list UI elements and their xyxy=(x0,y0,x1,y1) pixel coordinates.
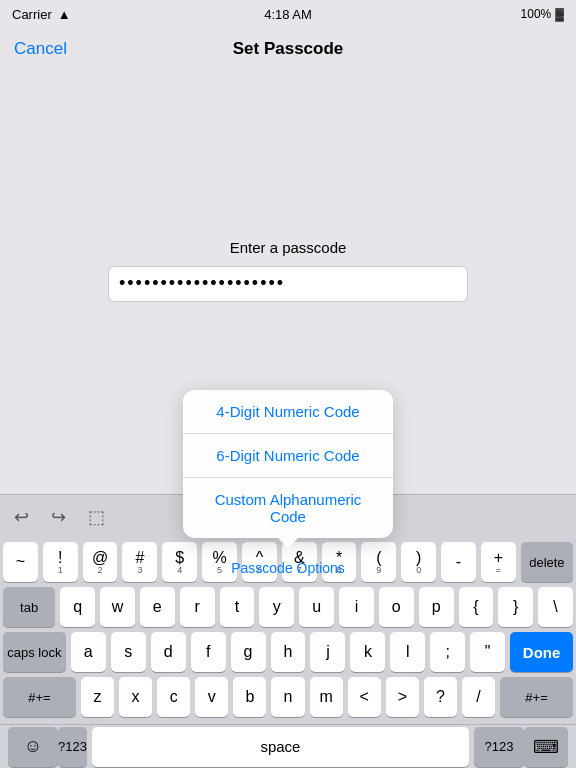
dropdown-arrow xyxy=(278,538,298,548)
key-backslash[interactable]: \ xyxy=(538,587,573,627)
dropdown-item-6digit[interactable]: 6-Digit Numeric Code xyxy=(183,434,393,478)
key-s[interactable]: s xyxy=(111,632,146,672)
key-h[interactable]: h xyxy=(271,632,306,672)
key-lbrace[interactable]: { xyxy=(459,587,494,627)
key-e[interactable]: e xyxy=(140,587,175,627)
key-semicolon[interactable]: ; xyxy=(430,632,465,672)
key-f[interactable]: f xyxy=(191,632,226,672)
key-slash[interactable]: / xyxy=(462,677,495,717)
key-w[interactable]: w xyxy=(100,587,135,627)
passcode-dots: •••••••••••••••••••• xyxy=(119,273,285,294)
emoji-key[interactable]: ☺ xyxy=(8,727,58,767)
key-tilde[interactable]: ~ xyxy=(3,542,38,582)
cancel-button[interactable]: Cancel xyxy=(14,39,67,59)
dropdown-menu: 4-Digit Numeric Code 6-Digit Numeric Cod… xyxy=(183,390,393,538)
status-right: 100% ▓ xyxy=(521,7,564,21)
key-equals[interactable]: += xyxy=(481,542,516,582)
key-3[interactable]: #3 xyxy=(122,542,157,582)
kb-row-4: #+= z x c v b n m < > ? / #+= xyxy=(3,677,573,717)
passcode-input[interactable]: •••••••••••••••••••• xyxy=(108,266,468,302)
key-b[interactable]: b xyxy=(233,677,266,717)
kb-row-2: tab q w e r t y u i o p { } \ xyxy=(3,587,573,627)
caps-lock-key[interactable]: caps lock xyxy=(3,632,66,672)
key-t[interactable]: t xyxy=(220,587,255,627)
passcode-options-link[interactable]: Passcode Options xyxy=(183,560,393,576)
status-left: Carrier ▲ xyxy=(12,7,71,22)
done-key[interactable]: Done xyxy=(510,632,573,672)
passcode-label: Enter a passcode xyxy=(230,239,347,256)
key-m[interactable]: m xyxy=(310,677,343,717)
key-gt[interactable]: > xyxy=(386,677,419,717)
key-d[interactable]: d xyxy=(151,632,186,672)
battery-label: 100% xyxy=(521,7,552,21)
redo-button[interactable]: ↪ xyxy=(47,502,70,532)
nav-bar: Cancel Set Passcode xyxy=(0,28,576,70)
paste-button[interactable]: ⬚ xyxy=(84,502,109,532)
key-y[interactable]: y xyxy=(259,587,294,627)
delete-key[interactable]: delete xyxy=(521,542,573,582)
key-x[interactable]: x xyxy=(119,677,152,717)
kb-row-3: caps lock a s d f g h j k l ; " Done xyxy=(3,632,573,672)
keyboard-icon-key[interactable]: ⌨ xyxy=(524,727,568,767)
key-j[interactable]: j xyxy=(310,632,345,672)
key-question[interactable]: ? xyxy=(424,677,457,717)
key-2[interactable]: @2 xyxy=(83,542,118,582)
dropdown-overlay: 4-Digit Numeric Code 6-Digit Numeric Cod… xyxy=(183,390,393,576)
dropdown-item-4digit[interactable]: 4-Digit Numeric Code xyxy=(183,390,393,434)
number-key-left[interactable]: ?123 xyxy=(58,727,87,767)
key-rbrace[interactable]: } xyxy=(498,587,533,627)
key-1[interactable]: !1 xyxy=(43,542,78,582)
key-0[interactable]: )0 xyxy=(401,542,436,582)
page-title: Set Passcode xyxy=(233,39,344,59)
key-quote[interactable]: " xyxy=(470,632,505,672)
key-z[interactable]: z xyxy=(81,677,114,717)
wifi-icon: ▲ xyxy=(58,7,71,22)
key-c[interactable]: c xyxy=(157,677,190,717)
key-minus[interactable]: - xyxy=(441,542,476,582)
bottom-bar: ☺ ?123 space ?123 ⌨ xyxy=(0,724,576,768)
key-o[interactable]: o xyxy=(379,587,414,627)
key-q[interactable]: q xyxy=(60,587,95,627)
tab-key[interactable]: tab xyxy=(3,587,55,627)
carrier-label: Carrier xyxy=(12,7,52,22)
shift-key-right[interactable]: #+= xyxy=(500,677,573,717)
key-lt[interactable]: < xyxy=(348,677,381,717)
status-time: 4:18 AM xyxy=(264,7,312,22)
dropdown-item-alphanumeric[interactable]: Custom Alphanumeric Code xyxy=(183,478,393,538)
key-a[interactable]: a xyxy=(71,632,106,672)
key-g[interactable]: g xyxy=(231,632,266,672)
shift-key[interactable]: #+= xyxy=(3,677,76,717)
key-k[interactable]: k xyxy=(350,632,385,672)
key-l[interactable]: l xyxy=(390,632,425,672)
status-bar: Carrier ▲ 4:18 AM 100% ▓ xyxy=(0,0,576,28)
key-i[interactable]: i xyxy=(339,587,374,627)
battery-icon: ▓ xyxy=(555,7,564,21)
key-v[interactable]: v xyxy=(195,677,228,717)
undo-button[interactable]: ↩ xyxy=(10,502,33,532)
key-p[interactable]: p xyxy=(419,587,454,627)
key-n[interactable]: n xyxy=(271,677,304,717)
number-key-right[interactable]: ?123 xyxy=(474,727,524,767)
key-u[interactable]: u xyxy=(299,587,334,627)
key-r[interactable]: r xyxy=(180,587,215,627)
space-bar[interactable]: space xyxy=(92,727,469,767)
